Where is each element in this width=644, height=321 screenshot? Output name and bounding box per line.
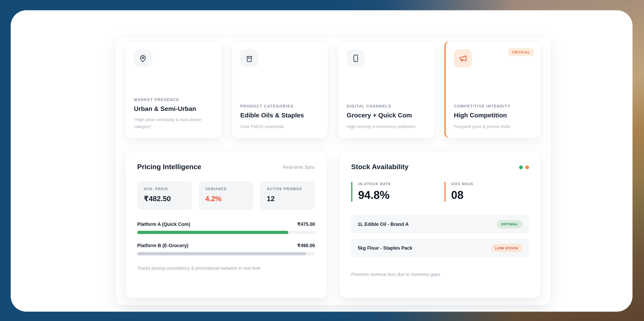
card-label: PRODUCT CATEGORIES <box>240 104 320 108</box>
icon-tile <box>240 49 258 67</box>
icon-tile <box>134 49 152 67</box>
platform-a-row: Platform A (Quick Com) ₹475.00 <box>137 221 315 234</box>
card-title: High Competition <box>454 111 532 120</box>
active-promos-stat: ACTIVE PROMOS 12 <box>260 181 315 210</box>
item-name: 1L Edible Oil - Brand A <box>358 222 409 226</box>
white-sheet: MARKET PRESENCE Urban & Semi-Urban “High… <box>11 10 632 312</box>
location-pin-icon <box>138 54 148 63</box>
stat-value: 4.2% <box>205 195 247 203</box>
platform-name: Platform A (Quick Com) <box>137 222 190 226</box>
platform-price: ₹475.00 <box>297 221 315 227</box>
card-description: Frequent price & promo shifts <box>454 123 532 130</box>
megaphone-icon <box>458 54 468 63</box>
variance-stat: VARIANCE 4.2% <box>199 181 254 210</box>
card-label: DIGITAL CHANNELS <box>346 104 426 108</box>
card-product-categories: PRODUCT CATEGORIES Edible Oils & Staples… <box>232 41 328 138</box>
stock-card-title: Stock Availability <box>351 163 408 171</box>
orange-status-dot <box>525 165 529 169</box>
oos-skus-stat: OOS SKUS 08 <box>444 182 529 202</box>
optimal-badge: OPTIMAL <box>497 220 522 228</box>
stock-item-list: 1L Edible Oil - Brand A OPTIMAL 5kg Flou… <box>351 215 529 257</box>
realtime-sync-label: Real-time Sync <box>283 165 315 170</box>
progress-track <box>137 252 315 255</box>
stock-item-flour: 5kg Flour - Staples Pack LOW STOCK <box>351 238 529 257</box>
card-label: COMPETITIVE INTENSITY <box>454 104 532 108</box>
stock-availability-card: Stock Availability IN-STOCK RATE 94.8% O… <box>339 151 541 298</box>
pricing-card-title: Pricing Intelligence <box>137 163 201 171</box>
card-title: Urban & Semi-Urban <box>134 104 213 113</box>
card-description: High-velocity e-commerce platforms <box>346 123 426 130</box>
content-frame: MARKET PRESENCE Urban & Semi-Urban “High… <box>115 36 551 306</box>
item-name: 5kg Flour - Staples Pack <box>358 245 412 250</box>
platform-price-bars: Platform A (Quick Com) ₹475.00 Platform … <box>137 221 315 256</box>
shopping-bag-icon <box>245 54 254 63</box>
dashboard-backdrop: MARKET PRESENCE Urban & Semi-Urban “High… <box>0 0 644 321</box>
stock-stats: IN-STOCK RATE 94.8% OOS SKUS 08 <box>351 182 529 202</box>
stat-value: 08 <box>451 189 529 202</box>
in-stock-rate-stat: IN-STOCK RATE 94.8% <box>351 182 436 202</box>
stat-value: 94.8% <box>358 189 436 202</box>
detail-card-row: Pricing Intelligence Real-time Sync AVG.… <box>125 151 541 298</box>
stock-item-oil: 1L Edible Oil - Brand A OPTIMAL <box>351 215 529 233</box>
critical-badge: CRITICAL <box>508 48 534 56</box>
stat-label: IN-STOCK RATE <box>358 182 436 186</box>
pricing-stats: AVG. PRICE ₹482.50 VARIANCE 4.2% ACTIVE … <box>137 181 315 210</box>
stat-label: AVG. PRICE <box>144 187 186 191</box>
card-digital-channels: DIGITAL CHANNELS Grocery + Quick Com Hig… <box>338 41 435 138</box>
stat-value: ₹482.50 <box>144 195 186 203</box>
progress-fill-gray <box>137 252 306 255</box>
platform-b-row: Platform B (E-Grocery) ₹490.00 <box>137 243 315 255</box>
icon-tile <box>454 49 472 67</box>
stat-label: VARIANCE <box>205 187 247 191</box>
progress-fill-green <box>137 231 288 234</box>
card-title: Grocery + Quick Com <box>346 111 426 120</box>
summary-card-row: MARKET PRESENCE Urban & Semi-Urban “High… <box>125 41 541 138</box>
stat-label: OOS SKUS <box>451 182 529 186</box>
card-competitive-intensity: CRITICAL COMPETITIVE INTENSITY High Comp… <box>444 41 541 138</box>
green-status-dot <box>519 165 523 169</box>
status-dots <box>519 165 529 169</box>
stock-footnote: Prevents revenue loss due to inventory g… <box>351 272 529 277</box>
stat-label: ACTIVE PROMOS <box>267 187 308 191</box>
card-market-presence: MARKET PRESENCE Urban & Semi-Urban “High… <box>125 41 222 138</box>
low-stock-badge: LOW STOCK <box>491 244 522 252</box>
platform-name: Platform B (E-Grocery) <box>137 243 188 248</box>
card-label: MARKET PRESENCE <box>134 97 213 102</box>
avg-price-stat: AVG. PRICE ₹482.50 <box>137 181 192 210</box>
pricing-intelligence-card: Pricing Intelligence Real-time Sync AVG.… <box>125 151 327 298</box>
icon-tile <box>346 49 365 67</box>
platform-price: ₹490.00 <box>297 243 315 248</box>
card-title: Edible Oils & Staples <box>240 111 320 120</box>
pricing-footnote: Tracks pricing consistency & promotional… <box>137 266 315 271</box>
card-description: Core FMCG essentials <box>240 123 320 130</box>
progress-track <box>137 231 315 234</box>
smartphone-icon <box>351 54 360 63</box>
stat-value: 12 <box>267 195 308 203</box>
card-description: “High price sensitivity & trust-driven c… <box>134 116 213 130</box>
